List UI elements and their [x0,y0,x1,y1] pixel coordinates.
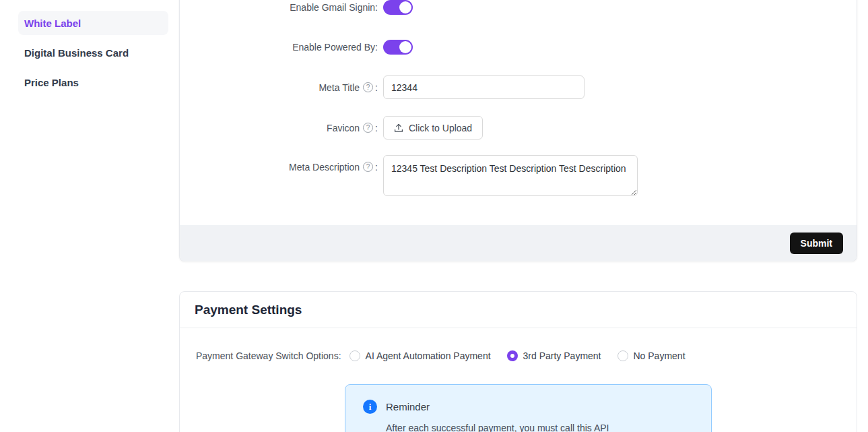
gmail-signin-toggle[interactable] [383,0,413,15]
radio-option-label: AI Agent Automation Payment [366,350,491,361]
help-icon[interactable]: ? [363,123,373,133]
powered-by-label: Enable Powered By: [180,42,378,53]
upload-button-label: Click to Upload [409,123,472,133]
sidebar-item-label: Digital Business Card [24,47,129,59]
toggle-knob [399,41,411,53]
meta-description-label: Meta Description ? : [180,155,378,173]
favicon-label: Favicon ? : [180,123,378,133]
meta-title-label: Meta Title ? : [180,82,378,93]
sidebar-item-white-label[interactable]: White Label [18,11,168,35]
form-footer: Submit [180,225,857,261]
radio-option-3rd-party-payment[interactable]: 3rd Party Payment [507,350,601,361]
form-row-meta-title: Meta Title ? : [180,75,857,99]
meta-title-input[interactable] [383,75,585,99]
radio-option-label: No Payment [634,350,686,361]
sidebar-item-digital-business-card[interactable]: Digital Business Card [18,40,168,65]
form-row-gmail-signin: Enable Gmail Signin: [180,0,857,15]
reminder-title: Reminder [386,401,430,412]
radio-option-ai-agent-automation-payment[interactable]: AI Agent Automation Payment [349,350,491,361]
help-icon[interactable]: ? [363,162,373,172]
sidebar-item-label: White Label [24,18,81,29]
form-row-favicon: Favicon ? : Click to Upload [180,116,857,140]
meta-description-textarea[interactable]: 12345 Test Description Test Description … [383,155,638,196]
reminder-alert: i Reminder After each successful payment… [345,384,712,432]
radio-option-no-payment[interactable]: No Payment [617,350,686,361]
reminder-body: After each successful payment, you must … [386,423,609,432]
form-row-powered-by: Enable Powered By: [180,40,857,55]
help-icon[interactable]: ? [363,82,373,92]
radio-option-label: 3rd Party Payment [523,350,601,361]
info-icon: i [363,400,377,414]
payment-gateway-options-label: Payment Gateway Switch Options: [196,350,341,361]
radio-button[interactable] [617,350,628,361]
sidebar-item-price-plans[interactable]: Price Plans [18,70,168,94]
radio-button[interactable] [349,350,360,361]
radio-button-selected[interactable] [507,350,518,361]
favicon-upload-button[interactable]: Click to Upload [383,116,483,140]
payment-settings-card: Payment Settings Payment Gateway Switch … [179,291,857,432]
gmail-signin-label: Enable Gmail Signin: [180,2,378,13]
payment-gateway-options-row: Payment Gateway Switch Options: AI Agent… [196,346,696,365]
sidebar-item-label: Price Plans [24,77,79,88]
powered-by-toggle[interactable] [383,40,413,55]
settings-sidebar: White Label Digital Business Card Price … [18,11,168,100]
form-row-meta-description: Meta Description ? : 12345 Test Descript… [180,155,857,196]
submit-button[interactable]: Submit [790,233,843,254]
payment-settings-header: Payment Settings [180,292,857,328]
toggle-knob [399,1,411,13]
payment-settings-title: Payment Settings [195,303,302,317]
white-label-form-card: Enable Gmail Signin: Enable Powered By: … [179,0,857,261]
upload-icon [394,123,403,133]
